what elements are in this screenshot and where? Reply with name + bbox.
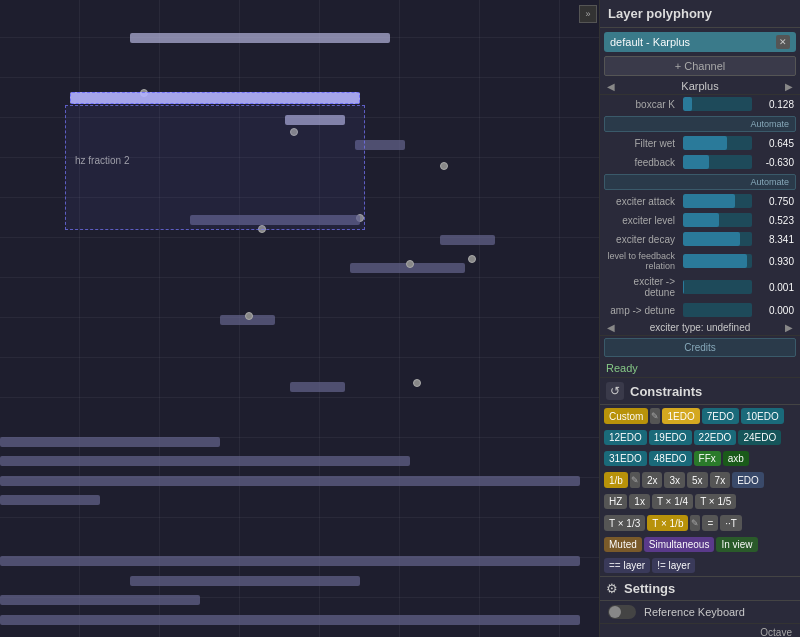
simultaneous-button[interactable]: Simultaneous: [644, 537, 715, 552]
exciter-type-prev[interactable]: ◀: [604, 322, 618, 333]
1b-button[interactable]: 1/b: [604, 472, 628, 488]
feedback-value: -0.630: [754, 157, 794, 168]
12edo-button[interactable]: 12EDO: [604, 430, 647, 445]
ffx-button[interactable]: FFx: [694, 451, 721, 466]
octave-label: Octaveto timeratio: [737, 627, 792, 637]
exciter-type-next[interactable]: ▶: [782, 322, 796, 333]
feedback-slider[interactable]: [683, 155, 752, 169]
piano-roll: » hz fraction 2: [0, 0, 600, 637]
7x-button[interactable]: 7x: [710, 472, 731, 488]
synth-prev-button[interactable]: ◀: [604, 81, 618, 92]
1b-edit-icon[interactable]: ✎: [630, 472, 640, 488]
note-bar[interactable]: [290, 382, 345, 392]
constraint-buttons-row7: Muted Simultaneous In view: [600, 534, 800, 555]
filter-wet-slider[interactable]: [683, 136, 752, 150]
exciter-attack-label: exciter attack: [606, 196, 681, 207]
31edo-button[interactable]: 31EDO: [604, 451, 647, 466]
param-row-boxcar: boxcar K 0.128: [600, 95, 800, 114]
10edo-button[interactable]: 10EDO: [741, 408, 784, 424]
neq-layer-button[interactable]: != layer: [652, 558, 695, 573]
param-row-filter: Filter wet 0.645: [600, 134, 800, 153]
5x-button[interactable]: 5x: [687, 472, 708, 488]
note-bar[interactable]: [130, 33, 390, 43]
custom-edit-icon[interactable]: ✎: [650, 408, 660, 424]
amp-detune-slider[interactable]: [683, 303, 752, 317]
custom-button[interactable]: Custom: [604, 408, 648, 424]
dott-button[interactable]: ··T: [720, 515, 742, 531]
edo-button[interactable]: EDO: [732, 472, 764, 488]
level-feedback-slider[interactable]: [683, 254, 752, 268]
t14-button[interactable]: T × 1/4: [652, 494, 693, 509]
settings-title: Settings: [624, 581, 675, 596]
note-handle[interactable]: [413, 379, 421, 387]
settings-gear-icon: ⚙: [606, 581, 618, 596]
note-handle[interactable]: [406, 260, 414, 268]
ref-keyboard-toggle[interactable]: [608, 605, 636, 619]
hz-button[interactable]: HZ: [604, 494, 627, 509]
axb-button[interactable]: axb: [723, 451, 749, 466]
note-bar[interactable]: [0, 556, 580, 566]
eq-layer-button[interactable]: == layer: [604, 558, 650, 573]
2x-button[interactable]: 2x: [642, 472, 663, 488]
synth-row: ◀ Karplus ▶: [600, 78, 800, 95]
note-bar-selected[interactable]: [70, 92, 360, 104]
exciter-type-row: ◀ exciter type: undefined ▶: [600, 320, 800, 336]
channel-close-button[interactable]: ✕: [776, 35, 790, 49]
exciter-decay-slider[interactable]: [683, 232, 752, 246]
t1b-edit-icon[interactable]: ✎: [690, 515, 700, 531]
note-bar[interactable]: [0, 437, 220, 447]
boxcar-slider[interactable]: [683, 97, 752, 111]
7edo-button[interactable]: 7EDO: [702, 408, 739, 424]
note-bar[interactable]: [130, 576, 360, 586]
constraint-buttons-row3: 31EDO 48EDO FFx axb: [600, 448, 800, 469]
note-bar[interactable]: [0, 476, 580, 486]
automate-button-1[interactable]: Automate: [604, 116, 796, 132]
filter-wet-label: Filter wet: [606, 138, 681, 149]
param-row-exciter-attack: exciter attack 0.750: [600, 192, 800, 211]
note-handle[interactable]: [245, 312, 253, 320]
note-bar[interactable]: [0, 456, 410, 466]
1edo-button[interactable]: 1EDO: [662, 408, 699, 424]
muted-button[interactable]: Muted: [604, 537, 642, 552]
in-view-button[interactable]: In view: [716, 537, 757, 552]
level-feedback-value: 0.930: [754, 256, 794, 267]
22edo-button[interactable]: 22EDO: [694, 430, 737, 445]
boxcar-label: boxcar K: [606, 99, 681, 110]
1x-button[interactable]: 1x: [629, 494, 650, 509]
exciter-detune-value: 0.001: [754, 282, 794, 293]
exciter-attack-value: 0.750: [754, 196, 794, 207]
credits-button[interactable]: Credits: [604, 338, 796, 357]
exciter-level-value: 0.523: [754, 215, 794, 226]
constraint-buttons-row5: HZ 1x T × 1/4 T × 1/5: [600, 491, 800, 512]
note-bar[interactable]: [0, 615, 580, 625]
eq-button[interactable]: =: [702, 515, 718, 531]
note-bar[interactable]: [440, 235, 495, 245]
note-handle[interactable]: [468, 255, 476, 263]
param-row-exciter-detune: exciter -> detune 0.001: [600, 274, 800, 301]
note-handle[interactable]: [440, 162, 448, 170]
collapse-button[interactable]: »: [579, 5, 597, 23]
exciter-type-label: exciter type: undefined: [618, 322, 782, 333]
constraints-header: ↺ Constraints: [600, 378, 800, 405]
t13-button[interactable]: T × 1/3: [604, 515, 645, 531]
19edo-button[interactable]: 19EDO: [649, 430, 692, 445]
param-row-level-feedback: level to feedback relation 0.930: [600, 249, 800, 274]
synth-next-button[interactable]: ▶: [782, 81, 796, 92]
exciter-attack-slider[interactable]: [683, 194, 752, 208]
24edo-button[interactable]: 24EDO: [738, 430, 781, 445]
note-bar[interactable]: [0, 595, 200, 605]
exciter-level-slider[interactable]: [683, 213, 752, 227]
constraints-reset-button[interactable]: ↺: [606, 382, 624, 400]
exciter-detune-slider[interactable]: [683, 280, 752, 294]
note-bar[interactable]: [0, 495, 100, 505]
param-row-exciter-decay: exciter decay 8.341: [600, 230, 800, 249]
add-channel-button[interactable]: + Channel: [604, 56, 796, 76]
t1b-button[interactable]: T × 1/b: [647, 515, 688, 531]
t15-button[interactable]: T × 1/5: [695, 494, 736, 509]
channel-selector[interactable]: default - Karplus ✕: [604, 32, 796, 52]
toggle-knob: [609, 606, 621, 618]
48edo-button[interactable]: 48EDO: [649, 451, 692, 466]
3x-button[interactable]: 3x: [664, 472, 685, 488]
automate-button-2[interactable]: Automate: [604, 174, 796, 190]
exciter-detune-label: exciter -> detune: [606, 276, 681, 298]
